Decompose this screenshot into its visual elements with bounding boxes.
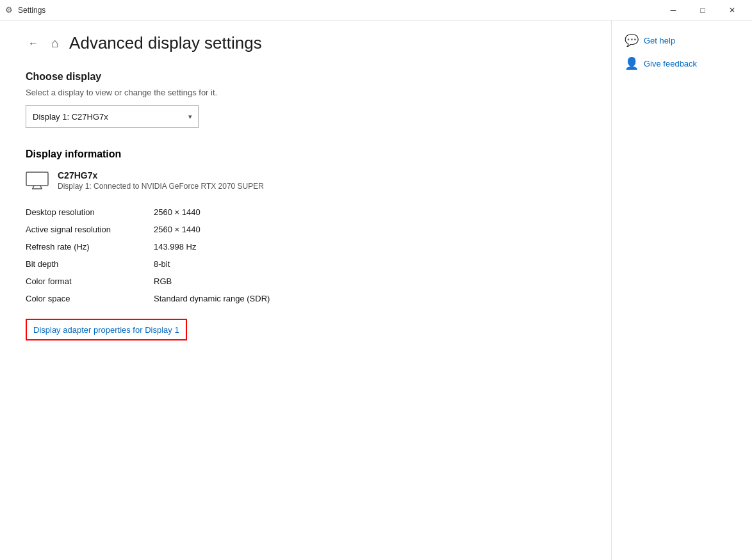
info-value: 2560 × 1440 [154,221,410,238]
info-label: Active signal resolution [26,221,154,238]
info-label: Color space [26,290,154,307]
give-feedback-icon: 👤 [625,56,639,70]
display-information-heading: Display information [26,148,585,160]
monitor-icon [26,172,49,189]
get-help-icon: 💬 [625,33,639,47]
settings-icon: ⚙ [5,5,13,15]
display-information-section: Display information C27HG7x Display 1: C… [26,148,585,340]
give-feedback-item[interactable]: 👤 Give feedback [625,56,739,70]
app-container: ← ⌂ Advanced display settings Choose dis… [0,20,752,560]
title-bar: ⚙ Settings ─ □ ✕ [0,0,752,20]
choose-display-heading: Choose display [26,71,585,83]
table-row: Color spaceStandard dynamic range (SDR) [26,290,410,307]
table-row: Active signal resolution2560 × 1440 [26,221,410,238]
monitor-connection: Display 1: Connected to NVIDIA GeForce R… [58,182,264,191]
minimize-button[interactable]: ─ [658,0,688,20]
info-value: Standard dynamic range (SDR) [154,290,410,307]
home-icon[interactable]: ⌂ [51,36,59,51]
get-help-label: Get help [644,36,675,45]
info-label: Refresh rate (Hz) [26,238,154,255]
table-row: Color formatRGB [26,273,410,290]
info-label: Desktop resolution [26,204,154,221]
info-label: Bit depth [26,255,154,273]
title-bar-title: Settings [18,6,45,15]
svg-rect-0 [26,172,48,186]
info-value: 8-bit [154,255,410,273]
adapter-link-wrapper: Display adapter properties for Display 1 [26,319,187,340]
maximize-button[interactable]: □ [688,0,717,20]
main-content: ← ⌂ Advanced display settings Choose dis… [0,20,611,560]
display-dropdown[interactable]: Display 1: C27HG7x [26,105,199,128]
monitor-row: C27HG7x Display 1: Connected to NVIDIA G… [26,170,585,191]
table-row: Refresh rate (Hz)143.998 Hz [26,238,410,255]
get-help-item[interactable]: 💬 Get help [625,33,739,47]
window-controls: ─ □ ✕ [658,0,747,20]
display-dropdown-wrapper: Display 1: C27HG7x ▾ [26,105,199,128]
display-info-table: Desktop resolution2560 × 1440Active sign… [26,204,410,307]
choose-display-section: Choose display Select a display to view … [26,71,585,128]
header-row: ← ⌂ Advanced display settings [26,33,585,53]
display-adapter-link[interactable]: Display adapter properties for Display 1 [33,325,179,335]
give-feedback-label: Give feedback [644,59,697,68]
right-panel: 💬 Get help 👤 Give feedback [611,20,752,560]
close-button[interactable]: ✕ [717,0,747,20]
monitor-name: C27HG7x [58,170,264,180]
info-value: 2560 × 1440 [154,204,410,221]
back-button[interactable]: ← [26,35,41,52]
table-row: Desktop resolution2560 × 1440 [26,204,410,221]
table-row: Bit depth8-bit [26,255,410,273]
info-value: 143.998 Hz [154,238,410,255]
info-value: RGB [154,273,410,290]
info-label: Color format [26,273,154,290]
choose-display-subtitle: Select a display to view or change the s… [26,88,585,97]
page-title: Advanced display settings [69,33,262,53]
